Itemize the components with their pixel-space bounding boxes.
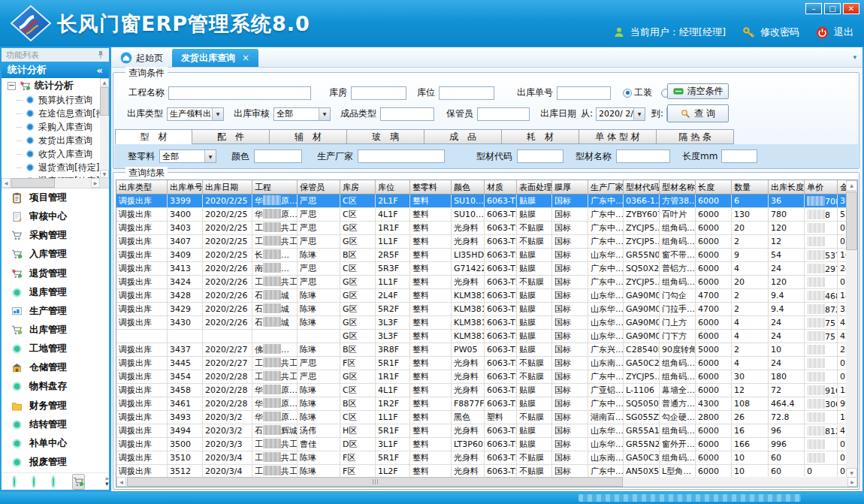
tree-item[interactable]: 发货出库查询 bbox=[2, 134, 109, 147]
table-row[interactable]: 调拨出库34452020/2/27工共工程严思F区5R1F整料光身料6063-T… bbox=[116, 357, 857, 370]
column-header[interactable]: 生产厂家 bbox=[588, 180, 624, 195]
table-row[interactable]: 调拨出库34282020/2/26石城陈琳G区2L4F整料KLM38176063… bbox=[116, 289, 857, 303]
table-row[interactable]: 调拨出库33992020/2/25华原…严思C区2L1F整料SU10…6063-… bbox=[116, 195, 857, 208]
column-header[interactable]: 颜色 bbox=[452, 180, 485, 195]
tab-outbound-query[interactable]: 发货出库查询 × bbox=[172, 49, 258, 67]
tab-home[interactable]: 起始页 bbox=[111, 49, 172, 67]
scroll-left-icon[interactable]: ◀ bbox=[2, 178, 11, 188]
table-row[interactable]: 调拨出库34942020/3/2石辉城汤伟H区5R1F整料光身料6063-T5贴… bbox=[116, 424, 857, 438]
column-header[interactable]: 工程 bbox=[252, 180, 298, 195]
table-row[interactable]: 调拨出库34242020/2/26工共工程严思G区1L1F整料光身料6063-T… bbox=[116, 276, 857, 289]
table-row[interactable]: 调拨出库34292020/2/26石城陈琳G区5R2F整料KLM38176063… bbox=[116, 303, 857, 316]
sidebar-module[interactable]: 采购管理 bbox=[2, 226, 109, 245]
manufacturer-input[interactable] bbox=[358, 149, 445, 163]
radio-industrial[interactable] bbox=[623, 89, 632, 98]
sidebar-module[interactable]: 物料盘存 bbox=[2, 377, 109, 396]
table-row[interactable]: 调拨出库34372020/2/27佛…陈琳B区3R8F整料PW056063-T5… bbox=[116, 343, 857, 357]
column-header[interactable]: 单价 bbox=[805, 180, 838, 195]
column-header[interactable]: 出库日期 bbox=[203, 180, 252, 195]
scrollbar-thumb[interactable] bbox=[127, 477, 623, 487]
column-header[interactable]: 出库类型 bbox=[116, 180, 168, 195]
tree-item[interactable]: 在途信息查询[待定] bbox=[2, 107, 109, 120]
table-row[interactable]: 调拨出库34302020/2/26石城陈琳G区3L3F整料KLM38176063… bbox=[116, 316, 857, 330]
column-header[interactable]: 出库长度 bbox=[769, 180, 805, 195]
date-from-combo[interactable]: 2020/ 2/16▼ bbox=[596, 107, 645, 121]
sidebar-section-header[interactable]: 统计分析 « bbox=[2, 62, 109, 78]
table-row[interactable]: 调拨出库34932020/3/2华原…陈琳C区1L1F整料黑色塑料不贴膜国标湖南… bbox=[116, 411, 857, 424]
column-header[interactable]: 材质 bbox=[485, 180, 517, 195]
warehouse-input[interactable] bbox=[351, 86, 406, 100]
grid-horizontal-scrollbar[interactable]: ◀ ▶ bbox=[116, 477, 857, 487]
sidebar-module[interactable]: 退库管理 bbox=[2, 283, 109, 302]
profile-code-input[interactable] bbox=[517, 149, 563, 163]
table-row[interactable]: 调拨出库34612020/2/28华原…陈琳B区1R2F整料F8877FT606… bbox=[116, 397, 857, 411]
whole-part-combo[interactable]: 全部▼ bbox=[159, 149, 216, 163]
column-header[interactable]: 型材代码 bbox=[624, 180, 660, 195]
scroll-right-icon[interactable]: ▶ bbox=[847, 477, 857, 487]
cart-shortcut-button[interactable] bbox=[72, 474, 85, 490]
material-tab[interactable]: 耗 材 bbox=[502, 129, 579, 144]
scroll-up-icon[interactable]: ▲ bbox=[846, 180, 857, 191]
tree-item[interactable]: 采购入库查询 bbox=[2, 120, 109, 134]
column-header[interactable]: 整零料 bbox=[410, 180, 452, 195]
table-row[interactable]: 调拨出库35102020/3/4工共工程陈琳F区5R1F整料光身料6063-T5… bbox=[116, 451, 857, 465]
material-tab[interactable]: 配 件 bbox=[192, 129, 270, 144]
bin-input[interactable] bbox=[439, 86, 494, 100]
material-tab[interactable]: 隔 热 条 bbox=[657, 129, 734, 144]
sidebar-module[interactable]: 项目管理 bbox=[2, 189, 109, 207]
tab-list-dropdown-icon[interactable]: ▾ bbox=[853, 53, 856, 61]
project-name-input[interactable] bbox=[168, 86, 311, 100]
module-dot-icon[interactable] bbox=[53, 477, 54, 487]
table-row[interactable]: 调拨出库34072020/2/25工共工程严思G区1L1F整料光身料6063-T… bbox=[116, 235, 857, 249]
tree-item[interactable]: 预算执行查询 bbox=[2, 93, 109, 107]
product-type-input[interactable] bbox=[380, 107, 434, 121]
scroll-up-icon[interactable]: ▲ bbox=[100, 78, 109, 86]
column-header[interactable]: 长度 bbox=[696, 180, 732, 195]
table-row[interactable]: 调拨出库35002020/3/3工共工程曹佳D区3L1F整料LT3P606063… bbox=[116, 438, 857, 451]
material-tab[interactable]: 玻 璃 bbox=[347, 129, 424, 144]
tree-item[interactable]: 收货入库查询 bbox=[2, 147, 109, 161]
table-row[interactable]: 调拨出库34582020/2/28华原…陈琳C区4L1F整料光身料6063-T5… bbox=[116, 384, 857, 397]
sidebar-module[interactable]: 出库管理 bbox=[2, 321, 109, 340]
column-header[interactable]: 保管员 bbox=[298, 180, 340, 195]
tree-horizontal-scrollbar[interactable]: ◀ ▶ bbox=[2, 178, 100, 188]
clear-conditions-button[interactable]: 清空条件 bbox=[667, 83, 729, 99]
column-header[interactable]: 型材名称 bbox=[660, 180, 696, 195]
tree-root[interactable]: 统计分析 bbox=[2, 78, 109, 93]
tree-item[interactable]: 退货查询[待定] bbox=[2, 161, 109, 174]
search-button[interactable]: 查 询 bbox=[667, 104, 729, 122]
scroll-down-icon[interactable]: ▼ bbox=[100, 170, 109, 178]
sidebar-module[interactable]: 报废管理 bbox=[2, 453, 109, 472]
sidebar-module[interactable]: 工地管理 bbox=[2, 340, 109, 358]
profile-name-input[interactable] bbox=[616, 149, 670, 163]
sidebar-module[interactable]: 结转管理 bbox=[2, 415, 109, 434]
collapse-button[interactable]: « bbox=[97, 65, 103, 76]
sidebar-module[interactable]: 审核中心 bbox=[2, 207, 109, 226]
material-tab[interactable]: 辅 材 bbox=[270, 129, 347, 144]
sidebar-module[interactable]: 财务管理 bbox=[2, 397, 109, 415]
module-dot-icon[interactable] bbox=[33, 477, 35, 487]
length-input[interactable] bbox=[721, 149, 757, 163]
column-header[interactable]: 库位 bbox=[376, 180, 410, 195]
table-row[interactable]: G区3L3F整料KLM38176063-T5贴膜国标山东华…GA90M09.门下… bbox=[116, 330, 857, 343]
column-header[interactable]: 膜厚 bbox=[552, 180, 588, 195]
change-password-link[interactable]: 修改密码 bbox=[760, 26, 799, 39]
table-row[interactable]: 调拨出库34092020/2/25长…陈琳B区2R5F整料LI35HD6063-… bbox=[116, 249, 857, 262]
outbound-type-combo[interactable]: 生产领料出库▼ bbox=[167, 107, 224, 121]
tree-vertical-scrollbar[interactable]: ▲ ▼ bbox=[100, 78, 109, 178]
scrollbar-thumb[interactable] bbox=[100, 87, 109, 116]
material-tab[interactable]: 成 品 bbox=[424, 129, 502, 144]
close-button[interactable]: ✕ bbox=[843, 3, 859, 14]
tab-close-icon[interactable]: × bbox=[242, 53, 249, 63]
logout-link[interactable]: 退出 bbox=[834, 26, 853, 39]
sidebar-module[interactable]: 入库管理 bbox=[2, 245, 109, 264]
minimize-button[interactable]: – bbox=[805, 3, 822, 14]
sidebar-module[interactable]: 补单中心 bbox=[2, 434, 109, 453]
scroll-right-icon[interactable]: ▶ bbox=[91, 178, 100, 188]
table-row[interactable]: 调拨出库34542020/2/28工共工程严思G区1R1F整料光身料6063-T… bbox=[116, 370, 857, 384]
sidebar-module[interactable]: 退货管理 bbox=[2, 264, 109, 283]
column-header[interactable]: 表面处理 bbox=[517, 180, 552, 195]
scrollbar-thumb[interactable] bbox=[11, 178, 55, 188]
column-header[interactable]: 数量 bbox=[732, 180, 769, 195]
grid-vertical-scrollbar[interactable]: ▲ ▼ bbox=[846, 180, 857, 478]
